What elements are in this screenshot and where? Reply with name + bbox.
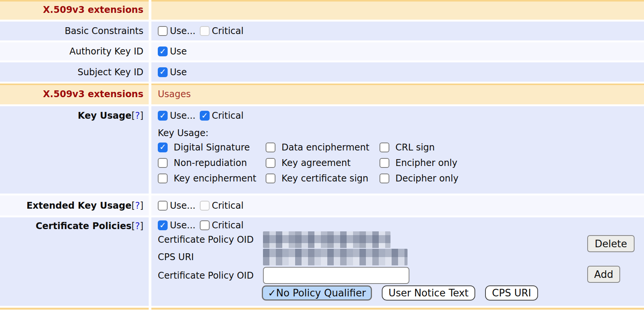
section-header-x509v3-extensions-2: X.509v3 extensions Usages <box>0 84 644 104</box>
key-usage-option-label: Encipher only <box>395 158 457 168</box>
new-certificate-policy-oid-input[interactable] <box>263 267 409 284</box>
extended-key-usage-use-checkbox[interactable] <box>158 201 168 211</box>
key-usage-option-label: Decipher only <box>395 173 459 184</box>
row-key-usage: Key Usage[?] Use... Critical Key Usage: … <box>0 106 644 194</box>
subject-key-id-label: Subject Key ID <box>0 62 149 82</box>
certificate-policies-critical-label: Critical <box>212 220 244 231</box>
extended-key-usage-help-link[interactable]: ? <box>135 200 140 211</box>
certificate-policies-use-label: Use... <box>170 220 196 231</box>
key-usage-option-checkbox[interactable] <box>380 174 389 183</box>
section-header-title: X.509v3 extensions <box>0 0 149 20</box>
key-usage-option-label: CRL sign <box>395 142 435 153</box>
certificate-policies-use-checkbox[interactable] <box>158 220 168 230</box>
key-usage-option-label: Data encipherment <box>282 142 369 153</box>
section-header-title: X.509v3 extensions <box>0 84 149 104</box>
key-usage-option-checkbox[interactable] <box>158 158 168 168</box>
basic-constraints-label: Basic Constraints <box>0 22 149 40</box>
subject-key-id-use-label: Use <box>170 67 187 78</box>
cps-uri-redacted-value <box>263 249 408 265</box>
authority-key-id-label: Authority Key ID <box>0 42 149 60</box>
key-usage-option-checkbox[interactable] <box>380 158 389 168</box>
extended-key-usage-critical-label: Critical <box>212 200 244 211</box>
row-certificate-policies: Certificate Policies[?] Use... Critical … <box>0 217 644 306</box>
extended-key-usage-label: Extended Key Usage[?] <box>26 200 143 211</box>
new-certificate-policy-oid-label: Certificate Policy OID <box>158 270 263 281</box>
row-authority-key-id: Authority Key ID Use <box>0 42 644 60</box>
authority-key-id-use-checkbox[interactable] <box>158 46 168 56</box>
row-extended-key-usage: Extended Key Usage[?] Use... Critical <box>0 195 644 215</box>
no-policy-qualifier-button[interactable]: ✓No Policy Qualifier <box>262 285 372 301</box>
section-header-partial <box>0 308 644 310</box>
key-usage-critical-checkbox[interactable] <box>200 111 210 121</box>
key-usage-option-checkbox[interactable] <box>266 143 275 152</box>
authority-key-id-use-label: Use <box>170 46 187 57</box>
key-usage-critical-label: Critical <box>212 110 244 121</box>
certificate-policies-critical-checkbox[interactable] <box>200 220 210 230</box>
certificate-policy-oid-label: Certificate Policy OID <box>158 234 263 245</box>
basic-constraints-use-label: Use... <box>170 26 196 36</box>
key-usage-option-checkbox[interactable] <box>380 143 389 152</box>
key-usage-option-label: Key encipherment <box>174 173 256 184</box>
section-header-right <box>151 0 644 20</box>
extended-key-usage-critical-checkbox <box>200 201 210 211</box>
key-usage-use-label: Use... <box>170 110 196 121</box>
cps-uri-label: CPS URI <box>158 252 263 262</box>
key-usage-use-checkbox[interactable] <box>158 111 168 121</box>
extended-key-usage-use-label: Use... <box>170 200 196 211</box>
key-usage-option-checkbox[interactable] <box>266 158 275 168</box>
key-usage-option-label: Digital Signature <box>174 142 250 153</box>
row-basic-constraints: Basic Constraints Use... Critical <box>0 22 644 40</box>
cps-uri-button[interactable]: CPS URI <box>485 285 538 301</box>
usages-subheader: Usages <box>151 84 644 104</box>
extensions-form: X.509v3 extensions Basic Constraints Use… <box>0 0 644 310</box>
key-usage-options-grid: Digital Signature Data encipherment CRL … <box>158 142 459 183</box>
section-header-x509v3-extensions-1: X.509v3 extensions <box>0 0 644 20</box>
key-usage-option-checkbox[interactable] <box>158 174 168 183</box>
user-notice-text-button[interactable]: User Notice Text <box>382 285 475 301</box>
key-usage-label: Key Usage[?] <box>78 110 143 121</box>
key-usage-option-label: Key agreement <box>282 158 351 168</box>
key-usage-option-label: Key certificate sign <box>282 173 369 184</box>
basic-constraints-critical-checkbox <box>200 26 210 36</box>
certificate-policies-label: Certificate Policies[?] <box>36 221 143 231</box>
delete-button[interactable]: Delete <box>587 235 635 252</box>
key-usage-option-checkbox[interactable] <box>158 143 168 152</box>
certificate-policy-oid-redacted-value <box>263 231 390 248</box>
add-button[interactable]: Add <box>587 266 620 283</box>
subject-key-id-use-checkbox[interactable] <box>158 67 168 77</box>
key-usage-option-checkbox[interactable] <box>266 174 275 183</box>
basic-constraints-use-checkbox[interactable] <box>158 26 168 36</box>
row-subject-key-id: Subject Key ID Use <box>0 62 644 82</box>
key-usage-group-label: Key Usage: <box>158 127 459 139</box>
key-usage-option-label: Non-repudiation <box>174 158 247 168</box>
key-usage-help-link[interactable]: ? <box>135 110 140 121</box>
certificate-policies-help-link[interactable]: ? <box>135 221 140 231</box>
basic-constraints-critical-label: Critical <box>212 26 244 36</box>
